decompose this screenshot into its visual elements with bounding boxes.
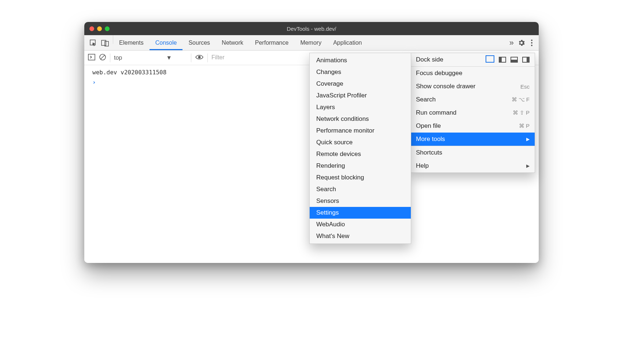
more-tools-item-network-conditions[interactable]: Network conditions — [310, 113, 411, 125]
svg-point-3 — [531, 40, 532, 41]
menu-item-label: Help — [416, 162, 429, 170]
more-tools-item-quick-source[interactable]: Quick source — [310, 137, 411, 148]
menu-item-shortcuts[interactable]: Shortcuts — [411, 146, 535, 159]
main-menu-popup: Dock side Focus debuggee Show console dr… — [410, 53, 535, 173]
submenu-arrow-icon: ▶ — [526, 163, 530, 168]
more-tools-item-remote-devices[interactable]: Remote devices — [310, 148, 411, 160]
panel-tab-console[interactable]: Console — [150, 35, 183, 50]
dock-right-icon[interactable] — [522, 57, 530, 63]
devtools-window: DevTools - web.dev/ ElementsConsoleSourc… — [84, 22, 539, 263]
menu-shortcut: Esc — [520, 83, 530, 90]
window-close-button[interactable] — [89, 26, 94, 31]
more-tools-item-request-blocking[interactable]: Request blocking — [310, 172, 411, 183]
devtools-tabbar: ElementsConsoleSourcesNetworkPerformance… — [84, 35, 539, 51]
menu-shortcut: ⌘ P — [519, 123, 530, 129]
dock-left-icon[interactable] — [499, 57, 506, 63]
divider — [207, 53, 208, 62]
menu-item-open-file[interactable]: Open file ⌘ P — [411, 119, 535, 133]
svg-point-4 — [531, 42, 532, 44]
menu-item-show-console-drawer[interactable]: Show console drawer Esc — [411, 80, 535, 93]
svg-point-5 — [531, 45, 532, 46]
menu-item-help[interactable]: Help ▶ — [411, 159, 535, 172]
console-filter-input[interactable] — [211, 53, 314, 63]
menu-item-label: Focus debuggee — [416, 70, 462, 77]
more-tools-item-webaudio[interactable]: WebAudio — [310, 219, 411, 230]
settings-gear-icon[interactable] — [517, 39, 526, 47]
overflow-tabs-icon[interactable]: » — [509, 39, 512, 47]
clear-console-icon[interactable] — [99, 53, 106, 62]
panel-tab-application[interactable]: Application — [327, 35, 368, 50]
menu-item-run-command[interactable]: Run command ⌘ ⇧ P — [411, 106, 535, 119]
window-traffic-lights — [84, 26, 110, 31]
main-menu-kebab-icon[interactable] — [531, 39, 533, 47]
dock-side-row: Dock side — [411, 53, 535, 66]
more-tools-item-performance-monitor[interactable]: Performance monitor — [310, 125, 411, 137]
dock-side-label: Dock side — [416, 56, 443, 63]
more-tools-item-settings[interactable]: Settings — [310, 207, 411, 219]
more-tools-item-rendering[interactable]: Rendering — [310, 160, 411, 172]
more-tools-item-what-s-new[interactable]: What's New — [310, 230, 411, 242]
menu-item-focus-debuggee[interactable]: Focus debuggee — [411, 67, 535, 80]
menu-item-label: Shortcuts — [416, 149, 442, 156]
more-tools-item-layers[interactable]: Layers — [310, 101, 411, 113]
svg-rect-1 — [102, 40, 106, 45]
execution-context-selector[interactable]: top ▼ — [114, 55, 187, 61]
dock-bottom-icon[interactable] — [510, 57, 518, 63]
svg-point-9 — [198, 56, 201, 58]
menu-item-label: More tools — [416, 135, 445, 143]
inspect-element-icon[interactable] — [89, 39, 97, 47]
panel-tab-sources[interactable]: Sources — [183, 35, 216, 50]
more-tools-item-sensors[interactable]: Sensors — [310, 195, 411, 207]
more-tools-item-javascript-profiler[interactable]: JavaScript Profiler — [310, 90, 411, 101]
panel-tab-network[interactable]: Network — [216, 35, 249, 50]
chevron-down-icon: ▼ — [166, 55, 172, 61]
more-tools-item-changes[interactable]: Changes — [310, 66, 411, 78]
dock-undock-icon[interactable] — [487, 57, 494, 63]
menu-item-label: Show console drawer — [416, 83, 476, 90]
panel-tab-elements[interactable]: Elements — [113, 35, 150, 50]
menu-shortcut: ⌘ ⌥ F — [512, 96, 530, 103]
menu-shortcut: ⌘ ⇧ P — [513, 109, 530, 116]
more-tools-item-coverage[interactable]: Coverage — [310, 78, 411, 90]
svg-line-8 — [100, 55, 105, 59]
more-tools-submenu: AnimationsChangesCoverageJavaScript Prof… — [309, 53, 411, 244]
panel-tab-memory[interactable]: Memory — [294, 35, 327, 50]
menu-item-search[interactable]: Search ⌘ ⌥ F — [411, 93, 535, 106]
menu-item-label: Open file — [416, 122, 441, 130]
menu-item-label: Search — [416, 96, 436, 103]
context-label: top — [114, 55, 122, 61]
submenu-arrow-icon: ▶ — [526, 137, 530, 142]
live-expression-eye-icon[interactable] — [195, 54, 204, 62]
menu-item-label: Run command — [416, 109, 457, 116]
window-title: DevTools - web.dev/ — [84, 26, 539, 32]
console-sidebar-toggle-icon[interactable] — [88, 54, 95, 62]
window-zoom-button[interactable] — [105, 26, 110, 31]
device-toolbar-icon[interactable] — [101, 39, 109, 47]
panel-tab-performance[interactable]: Performance — [249, 35, 295, 50]
more-tools-item-animations[interactable]: Animations — [310, 55, 411, 66]
divider — [110, 53, 110, 62]
window-minimize-button[interactable] — [97, 26, 102, 31]
more-tools-item-search[interactable]: Search — [310, 183, 411, 195]
window-titlebar: DevTools - web.dev/ — [84, 22, 539, 35]
menu-item-more-tools[interactable]: More tools ▶ — [411, 133, 535, 146]
divider — [191, 53, 191, 62]
